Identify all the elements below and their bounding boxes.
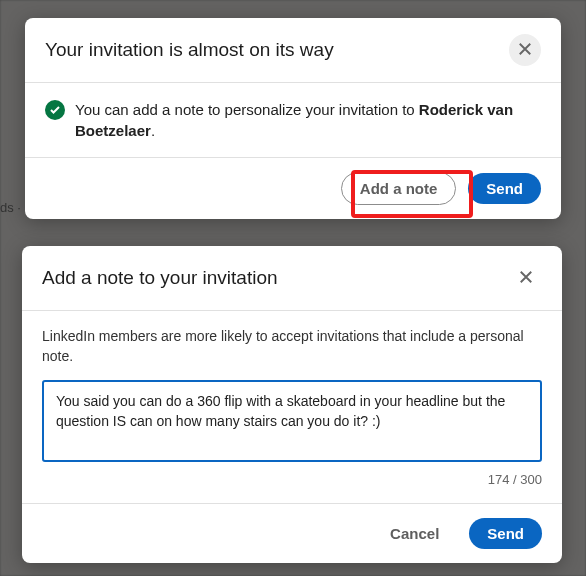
send-button[interactable]: Send [468, 173, 541, 204]
invitation-modal: Your invitation is almost on its way You… [25, 18, 561, 219]
modal-header: Your invitation is almost on its way [25, 18, 561, 83]
char-count: 174 / 300 [42, 472, 542, 487]
add-note-modal: Add a note to your invitation LinkedIn m… [22, 246, 562, 563]
modal-title: Add a note to your invitation [42, 267, 278, 289]
close-button[interactable] [509, 34, 541, 66]
modal-body: LinkedIn members are more likely to acce… [22, 311, 562, 503]
personalize-note-text: You can add a note to personalize your i… [75, 99, 541, 141]
close-icon [516, 40, 534, 61]
note-textarea[interactable] [42, 380, 542, 462]
modal-footer: Add a note Send [25, 157, 561, 219]
close-icon [517, 268, 535, 289]
helper-text: LinkedIn members are more likely to acce… [42, 327, 542, 366]
modal-header: Add a note to your invitation [22, 246, 562, 311]
close-button[interactable] [510, 262, 542, 294]
add-note-button[interactable]: Add a note [341, 172, 457, 205]
send-button[interactable]: Send [469, 518, 542, 549]
cancel-button[interactable]: Cancel [372, 518, 457, 549]
modal-body: You can add a note to personalize your i… [25, 83, 561, 157]
check-icon [45, 100, 65, 120]
modal-title: Your invitation is almost on its way [45, 39, 334, 61]
modal-footer: Cancel Send [22, 503, 562, 563]
